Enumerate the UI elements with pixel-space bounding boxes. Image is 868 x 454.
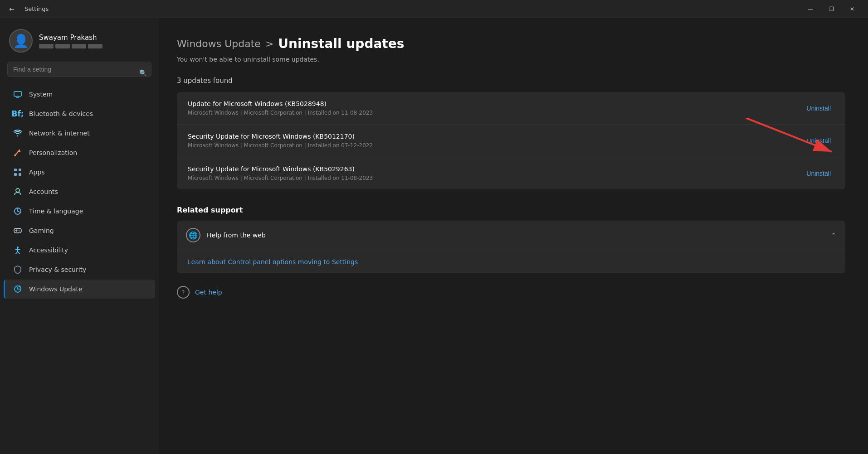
- sidebar-item-system[interactable]: System: [4, 85, 155, 104]
- uninstall-button-0[interactable]: Uninstall: [803, 103, 834, 114]
- svg-point-17: [20, 231, 20, 232]
- minimize-button[interactable]: —: [800, 0, 821, 18]
- svg-rect-4: [14, 155, 16, 156]
- app-layout: 👤 Swayam Prakash 🔍 System Bf;Bluetooth &…: [0, 18, 868, 454]
- search-input[interactable]: [7, 62, 151, 77]
- help-from-web-header[interactable]: 🌐 Help from the web ⌃: [177, 221, 845, 250]
- sidebar-item-gaming[interactable]: Gaming: [4, 221, 155, 240]
- system-icon: [13, 89, 23, 99]
- user-name: Swayam Prakash: [39, 34, 102, 42]
- sidebar-item-label-accounts: Accounts: [29, 188, 58, 195]
- svg-rect-1: [16, 97, 19, 97]
- update-name-1: Security Update for Microsoft Windows (K…: [188, 133, 373, 140]
- window-controls: — ❐ ✕: [800, 0, 863, 18]
- svg-line-21: [16, 251, 18, 254]
- sidebar-item-time[interactable]: Time & language: [4, 202, 155, 221]
- sidebar-item-privacy[interactable]: Privacy & security: [4, 260, 155, 279]
- user-icon: 👤: [13, 34, 29, 48]
- globe-icon: 🌐: [186, 228, 200, 242]
- user-bar: [39, 44, 54, 48]
- privacy-icon: [13, 265, 23, 275]
- support-header-left: 🌐 Help from the web: [186, 228, 266, 242]
- update-info-0: Update for Microsoft Windows (KB5028948)…: [188, 100, 373, 116]
- svg-rect-7: [14, 173, 17, 176]
- back-button[interactable]: ←: [5, 3, 18, 15]
- sidebar-item-label-gaming: Gaming: [29, 227, 54, 234]
- close-button[interactable]: ✕: [842, 0, 863, 18]
- update-name-0: Update for Microsoft Windows (KB5028948): [188, 100, 373, 107]
- accounts-icon: [13, 187, 23, 197]
- update-info-2: Security Update for Microsoft Windows (K…: [188, 165, 373, 181]
- uninstall-button-1[interactable]: Uninstall: [803, 135, 834, 146]
- update-meta-2: Microsoft Windows | Microsoft Corporatio…: [188, 175, 373, 181]
- svg-point-16: [19, 230, 20, 231]
- update-meta-1: Microsoft Windows | Microsoft Corporatio…: [188, 142, 373, 149]
- user-profile: 👤 Swayam Prakash: [0, 18, 159, 62]
- uninstall-button-2[interactable]: Uninstall: [803, 168, 834, 179]
- app-title: Settings: [24, 5, 49, 12]
- update-info-1: Security Update for Microsoft Windows (K…: [188, 133, 373, 149]
- svg-point-9: [16, 188, 20, 192]
- sidebar-item-label-privacy: Privacy & security: [29, 266, 86, 273]
- nav-list: System Bf;Bluetooth & devicesNetwork & i…: [0, 84, 159, 299]
- get-help: ? Get help: [177, 286, 845, 299]
- svg-line-12: [18, 211, 20, 212]
- user-info: Swayam Prakash: [39, 34, 102, 48]
- sidebar-item-label-update: Windows Update: [29, 285, 83, 293]
- breadcrumb-current: Uninstall updates: [278, 36, 404, 51]
- breadcrumb: Windows Update > Uninstall updates: [177, 36, 845, 51]
- svg-line-22: [18, 251, 20, 254]
- accessibility-icon: [13, 245, 23, 255]
- apps-icon: [13, 167, 23, 177]
- sidebar-item-personalization[interactable]: Personalization: [4, 143, 155, 162]
- search-icon: 🔍: [139, 69, 147, 77]
- support-body: Learn about Control panel options moving…: [177, 250, 845, 273]
- page-subtitle: You won't be able to uninstall some upda…: [177, 56, 845, 63]
- time-icon: [13, 206, 23, 216]
- update-name-2: Security Update for Microsoft Windows (K…: [188, 165, 373, 173]
- sidebar-item-accounts[interactable]: Accounts: [4, 182, 155, 201]
- update-icon: [13, 284, 23, 294]
- svg-rect-5: [14, 169, 17, 171]
- titlebar: ← Settings — ❐ ✕: [0, 0, 868, 18]
- sidebar-item-label-bluetooth: Bluetooth & devices: [29, 110, 93, 117]
- sidebar-item-bluetooth[interactable]: Bf;Bluetooth & devices: [4, 104, 155, 123]
- bluetooth-icon: Bf;: [13, 109, 23, 119]
- breadcrumb-separator: >: [265, 38, 273, 49]
- sidebar-item-label-time: Time & language: [29, 208, 83, 215]
- user-bars: [39, 44, 102, 48]
- help-icon: ?: [177, 286, 190, 299]
- main-content: Windows Update > Uninstall updates You w…: [159, 18, 868, 454]
- sidebar-item-accessibility[interactable]: Accessibility: [4, 241, 155, 260]
- user-bar: [88, 44, 102, 48]
- breadcrumb-parent: Windows Update: [177, 38, 261, 49]
- chevron-up-icon: ⌃: [831, 232, 836, 239]
- search-container: 🔍: [0, 62, 159, 84]
- sidebar-item-update[interactable]: Windows Update: [4, 280, 155, 299]
- sidebar: 👤 Swayam Prakash 🔍 System Bf;Bluetooth &…: [0, 18, 159, 454]
- maximize-button[interactable]: ❐: [821, 0, 842, 18]
- sidebar-item-label-apps: Apps: [29, 169, 45, 176]
- help-from-web-label: Help from the web: [207, 232, 266, 239]
- updates-list: Update for Microsoft Windows (KB5028948)…: [177, 92, 845, 189]
- network-icon: [13, 128, 23, 138]
- svg-rect-0: [14, 92, 21, 97]
- sidebar-item-label-network: Network & internet: [29, 130, 90, 137]
- sidebar-item-network[interactable]: Network & internet: [4, 124, 155, 143]
- sidebar-item-label-accessibility: Accessibility: [29, 246, 68, 254]
- avatar: 👤: [9, 29, 33, 53]
- sidebar-item-apps[interactable]: Apps: [4, 163, 155, 182]
- sidebar-item-label-personalization: Personalization: [29, 149, 77, 156]
- user-bar: [55, 44, 70, 48]
- update-item-2: Security Update for Microsoft Windows (K…: [177, 157, 845, 189]
- gaming-icon: [13, 226, 23, 236]
- support-link[interactable]: Learn about Control panel options moving…: [188, 258, 358, 266]
- get-help-link[interactable]: Get help: [195, 289, 222, 296]
- support-card: 🌐 Help from the web ⌃ Learn about Contro…: [177, 221, 845, 273]
- updates-count: 3 updates found: [177, 77, 845, 85]
- update-item-1: Security Update for Microsoft Windows (K…: [177, 125, 845, 157]
- svg-rect-8: [19, 173, 21, 176]
- update-item-0: Update for Microsoft Windows (KB5028948)…: [177, 92, 845, 125]
- related-support-title: Related support: [177, 206, 845, 214]
- svg-rect-6: [19, 169, 21, 171]
